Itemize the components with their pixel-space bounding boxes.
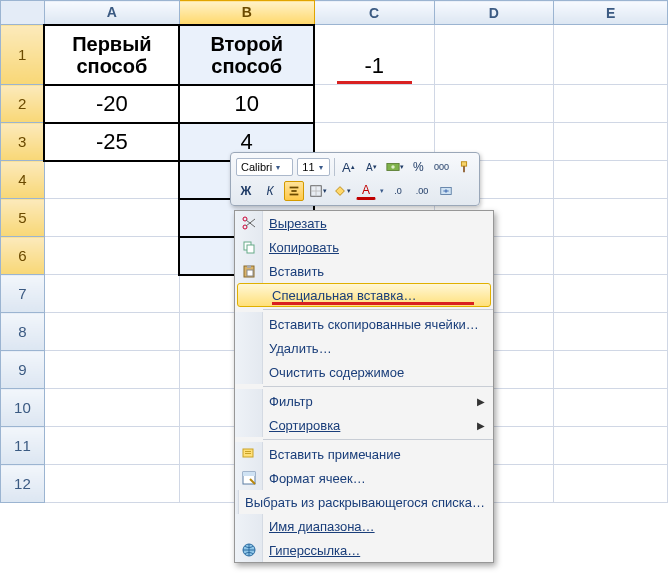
select-all-corner[interactable] bbox=[1, 1, 45, 25]
chevron-down-icon: ▾ bbox=[276, 163, 280, 172]
cell-A12[interactable] bbox=[44, 465, 179, 503]
cell-D2[interactable] bbox=[434, 85, 554, 123]
format-painter-button[interactable] bbox=[455, 157, 474, 177]
font-color-button[interactable]: A bbox=[356, 183, 376, 200]
cell-E4[interactable] bbox=[554, 161, 668, 199]
menu-clear-label: Очистить содержимое bbox=[269, 365, 485, 380]
cell-B1[interactable]: Второй способ bbox=[179, 25, 314, 85]
cell-D1[interactable] bbox=[434, 25, 554, 85]
row-header-3[interactable]: 3 bbox=[1, 123, 45, 161]
col-header-C[interactable]: C bbox=[314, 1, 434, 25]
row-header-1[interactable]: 1 bbox=[1, 25, 45, 85]
cell-C2[interactable] bbox=[314, 85, 434, 123]
svg-rect-22 bbox=[245, 453, 251, 454]
cell-E3[interactable] bbox=[554, 123, 668, 161]
cell-A3[interactable]: -25 bbox=[44, 123, 179, 161]
col-header-D[interactable]: D bbox=[434, 1, 554, 25]
cell-E11[interactable] bbox=[554, 427, 668, 465]
cell-A7[interactable] bbox=[44, 275, 179, 313]
row-header-9[interactable]: 9 bbox=[1, 351, 45, 389]
menu-format-cells-label: Формат ячеек… bbox=[269, 471, 485, 486]
row-header-4[interactable]: 4 bbox=[1, 161, 45, 199]
menu-sort-label: Сортировка bbox=[269, 418, 340, 433]
row-header-8[interactable]: 8 bbox=[1, 313, 45, 351]
percent-button[interactable]: % bbox=[409, 157, 428, 177]
cell-C1-value: -1 bbox=[337, 53, 413, 84]
menu-filter[interactable]: Фильтр▶ bbox=[235, 389, 493, 413]
menu-insert-copied-label: Вставить скопированные ячейки… bbox=[269, 317, 485, 332]
center-align-button[interactable] bbox=[284, 181, 304, 201]
cell-A6[interactable] bbox=[44, 237, 179, 275]
row-header-12[interactable]: 12 bbox=[1, 465, 45, 503]
cell-E1[interactable] bbox=[554, 25, 668, 85]
copy-icon bbox=[241, 239, 257, 255]
menu-delete-label: Удалить… bbox=[269, 341, 485, 356]
fill-color-button[interactable]: ▾ bbox=[332, 181, 352, 201]
menu-hyperlink[interactable]: Гиперссылка… bbox=[235, 538, 493, 562]
borders-button[interactable]: ▾ bbox=[308, 181, 328, 201]
menu-paste-special[interactable]: Специальная вставка… bbox=[237, 283, 491, 307]
format-cells-icon bbox=[241, 470, 257, 486]
menu-name-range-label: Имя диапазона… bbox=[269, 519, 375, 534]
cell-E9[interactable] bbox=[554, 351, 668, 389]
menu-pick-from-list[interactable]: Выбрать из раскрывающегося списка… bbox=[235, 490, 493, 514]
menu-delete[interactable]: Удалить… bbox=[235, 336, 493, 360]
row-header-11[interactable]: 11 bbox=[1, 427, 45, 465]
menu-clear[interactable]: Очистить содержимое bbox=[235, 360, 493, 384]
cell-A5[interactable] bbox=[44, 199, 179, 237]
cell-A1[interactable]: Первый способ bbox=[44, 25, 179, 85]
col-header-E[interactable]: E bbox=[554, 1, 668, 25]
cell-E7[interactable] bbox=[554, 275, 668, 313]
font-size-select[interactable]: 11▾ bbox=[297, 158, 330, 176]
cell-A4[interactable] bbox=[44, 161, 179, 199]
mini-toolbar: Calibri▾ 11▾ A▴ A▾ ▾ % 000 Ж К ▾ ▾ A▾ .0… bbox=[230, 152, 480, 206]
menu-cut[interactable]: Вырезать bbox=[235, 211, 493, 235]
decrease-decimal-button[interactable]: .00 bbox=[412, 181, 432, 201]
row-header-10[interactable]: 10 bbox=[1, 389, 45, 427]
cell-A8[interactable] bbox=[44, 313, 179, 351]
cell-E10[interactable] bbox=[554, 389, 668, 427]
borders-icon bbox=[309, 184, 323, 198]
menu-paste[interactable]: Вставить bbox=[235, 259, 493, 283]
cell-E12[interactable] bbox=[554, 465, 668, 503]
accounting-format-button[interactable]: ▾ bbox=[385, 157, 405, 177]
cell-C1[interactable]: -1 bbox=[314, 25, 434, 85]
menu-separator bbox=[263, 439, 493, 440]
grow-font-button[interactable]: A▴ bbox=[339, 157, 358, 177]
cell-A10[interactable] bbox=[44, 389, 179, 427]
col-header-A[interactable]: A bbox=[44, 1, 179, 25]
menu-sort[interactable]: Сортировка▶ bbox=[235, 413, 493, 437]
italic-button[interactable]: К bbox=[260, 181, 280, 201]
row-header-2[interactable]: 2 bbox=[1, 85, 45, 123]
increase-decimal-button[interactable]: .0 bbox=[388, 181, 408, 201]
bucket-icon bbox=[333, 184, 347, 198]
row-header-5[interactable]: 5 bbox=[1, 199, 45, 237]
bold-button[interactable]: Ж bbox=[236, 181, 256, 201]
menu-copy[interactable]: Копировать bbox=[235, 235, 493, 259]
svg-rect-3 bbox=[464, 166, 466, 172]
menu-paste-special-label: Специальная вставка… bbox=[272, 288, 416, 303]
cell-B2[interactable]: 10 bbox=[179, 85, 314, 123]
cell-E2[interactable] bbox=[554, 85, 668, 123]
cell-A9[interactable] bbox=[44, 351, 179, 389]
row-header-7[interactable]: 7 bbox=[1, 275, 45, 313]
cell-A2[interactable]: -20 bbox=[44, 85, 179, 123]
merge-icon bbox=[439, 184, 453, 198]
menu-format-cells[interactable]: Формат ячеек… bbox=[235, 466, 493, 490]
row-header-6[interactable]: 6 bbox=[1, 237, 45, 275]
cell-E6[interactable] bbox=[554, 237, 668, 275]
comma-style-button[interactable]: 000 bbox=[432, 157, 451, 177]
menu-insert-comment[interactable]: Вставить примечание bbox=[235, 442, 493, 466]
cell-E5[interactable] bbox=[554, 199, 668, 237]
font-name-select[interactable]: Calibri▾ bbox=[236, 158, 293, 176]
menu-separator bbox=[263, 386, 493, 387]
menu-name-range[interactable]: Имя диапазона… bbox=[235, 514, 493, 538]
menu-copy-label: Копировать bbox=[269, 240, 339, 255]
align-center-icon bbox=[287, 184, 301, 198]
col-header-B[interactable]: B bbox=[179, 1, 314, 25]
menu-insert-copied[interactable]: Вставить скопированные ячейки… bbox=[235, 312, 493, 336]
cell-A11[interactable] bbox=[44, 427, 179, 465]
merge-center-button[interactable] bbox=[436, 181, 456, 201]
shrink-font-button[interactable]: A▾ bbox=[362, 157, 381, 177]
cell-E8[interactable] bbox=[554, 313, 668, 351]
